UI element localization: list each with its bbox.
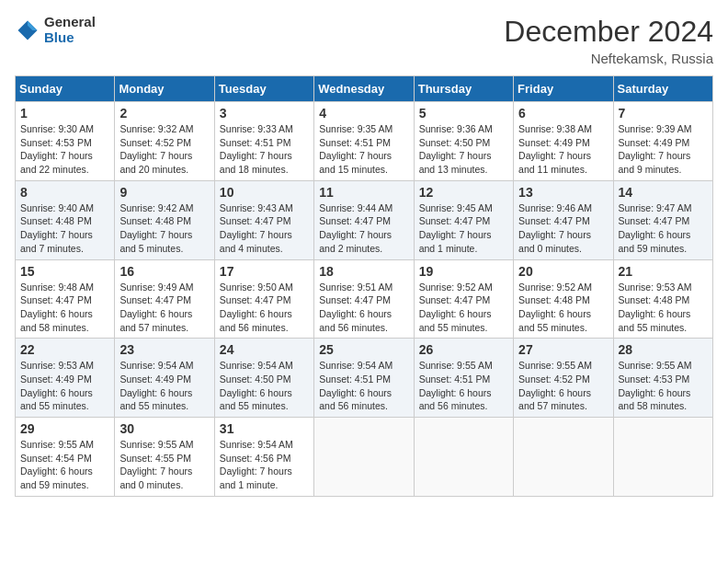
cell-content: Sunrise: 9:30 AM Sunset: 4:53 PM Dayligh… bbox=[20, 122, 109, 177]
sunset-label: Sunset: 4:50 PM bbox=[220, 373, 291, 385]
day-cell-30: 30 Sunrise: 9:55 AM Sunset: 4:55 PM Dayl… bbox=[115, 418, 214, 497]
daylight-label: Daylight: 6 hours and 57 minutes. bbox=[518, 387, 591, 412]
sunrise-label: Sunrise: 9:53 AM bbox=[20, 360, 94, 371]
sunset-label: Sunset: 4:47 PM bbox=[20, 294, 92, 305]
daylight-label: Daylight: 6 hours and 55 minutes. bbox=[220, 387, 292, 412]
day-number: 1 bbox=[20, 106, 109, 121]
daylight-label: Daylight: 7 hours and 11 minutes. bbox=[518, 150, 591, 175]
sunset-label: Sunset: 4:51 PM bbox=[319, 137, 391, 148]
sunset-label: Sunset: 4:47 PM bbox=[419, 215, 491, 226]
location: Neftekamsk, Russia bbox=[504, 51, 713, 66]
sunset-label: Sunset: 4:47 PM bbox=[518, 215, 590, 226]
daylight-label: Daylight: 7 hours and 22 minutes. bbox=[20, 150, 93, 175]
logo: General Blue bbox=[15, 15, 96, 45]
sunset-label: Sunset: 4:55 PM bbox=[119, 453, 191, 464]
day-cell-10: 10 Sunrise: 9:43 AM Sunset: 4:47 PM Dayl… bbox=[214, 180, 313, 259]
header-saturday: Saturday bbox=[613, 76, 712, 102]
month-title: December 2024 bbox=[504, 15, 713, 49]
day-number: 13 bbox=[518, 185, 608, 200]
daylight-label: Daylight: 6 hours and 55 minutes. bbox=[20, 387, 93, 412]
day-cell-8: 8 Sunrise: 9:40 AM Sunset: 4:48 PM Dayli… bbox=[16, 180, 115, 259]
cell-content: Sunrise: 9:46 AM Sunset: 4:47 PM Dayligh… bbox=[518, 201, 608, 256]
day-number: 2 bbox=[119, 106, 209, 121]
sunset-label: Sunset: 4:48 PM bbox=[619, 294, 690, 305]
sunrise-label: Sunrise: 9:55 AM bbox=[619, 360, 692, 371]
day-number: 30 bbox=[119, 421, 209, 436]
empty-cell-4-5 bbox=[514, 418, 613, 497]
day-number: 25 bbox=[319, 342, 408, 357]
daylight-label: Daylight: 7 hours and 9 minutes. bbox=[619, 150, 691, 175]
header-wednesday: Wednesday bbox=[314, 76, 414, 102]
sunrise-label: Sunrise: 9:48 AM bbox=[20, 282, 94, 293]
daylight-label: Daylight: 6 hours and 56 minutes. bbox=[319, 387, 392, 412]
daylight-label: Daylight: 7 hours and 13 minutes. bbox=[419, 150, 492, 175]
cell-content: Sunrise: 9:42 AM Sunset: 4:48 PM Dayligh… bbox=[119, 201, 209, 256]
day-number: 7 bbox=[619, 106, 708, 121]
cell-content: Sunrise: 9:53 AM Sunset: 4:49 PM Dayligh… bbox=[20, 359, 109, 413]
sunrise-label: Sunrise: 9:54 AM bbox=[119, 360, 193, 371]
sunset-label: Sunset: 4:54 PM bbox=[20, 453, 92, 464]
daylight-label: Daylight: 6 hours and 58 minutes. bbox=[619, 387, 691, 412]
sunset-label: Sunset: 4:47 PM bbox=[220, 294, 291, 305]
logo-blue: Blue bbox=[44, 30, 96, 46]
daylight-label: Daylight: 7 hours and 5 minutes. bbox=[119, 229, 192, 254]
day-cell-31: 31 Sunrise: 9:54 AM Sunset: 4:56 PM Dayl… bbox=[214, 418, 313, 497]
cell-content: Sunrise: 9:54 AM Sunset: 4:50 PM Dayligh… bbox=[220, 359, 309, 413]
sunrise-label: Sunrise: 9:44 AM bbox=[319, 202, 392, 213]
cell-content: Sunrise: 9:54 AM Sunset: 4:49 PM Dayligh… bbox=[119, 359, 209, 413]
day-number: 8 bbox=[20, 185, 109, 200]
sunrise-label: Sunrise: 9:55 AM bbox=[419, 360, 493, 371]
sunrise-label: Sunrise: 9:38 AM bbox=[518, 123, 592, 134]
header-monday: Monday bbox=[115, 76, 214, 102]
sunrise-label: Sunrise: 9:55 AM bbox=[518, 360, 592, 371]
empty-cell-4-4 bbox=[414, 418, 513, 497]
day-cell-24: 24 Sunrise: 9:54 AM Sunset: 4:50 PM Dayl… bbox=[214, 339, 313, 418]
cell-content: Sunrise: 9:33 AM Sunset: 4:51 PM Dayligh… bbox=[220, 122, 309, 177]
sunset-label: Sunset: 4:47 PM bbox=[319, 215, 391, 226]
header-sunday: Sunday bbox=[16, 76, 115, 102]
day-number: 3 bbox=[220, 106, 309, 121]
cell-content: Sunrise: 9:39 AM Sunset: 4:49 PM Dayligh… bbox=[619, 122, 708, 177]
daylight-label: Daylight: 6 hours and 55 minutes. bbox=[619, 308, 691, 333]
cell-content: Sunrise: 9:54 AM Sunset: 4:56 PM Dayligh… bbox=[220, 438, 309, 492]
daylight-label: Daylight: 6 hours and 55 minutes. bbox=[518, 308, 591, 333]
day-cell-18: 18 Sunrise: 9:51 AM Sunset: 4:47 PM Dayl… bbox=[314, 259, 414, 339]
cell-content: Sunrise: 9:52 AM Sunset: 4:47 PM Dayligh… bbox=[419, 281, 508, 335]
sunrise-label: Sunrise: 9:43 AM bbox=[220, 202, 293, 213]
sunrise-label: Sunrise: 9:39 AM bbox=[619, 123, 692, 134]
day-cell-19: 19 Sunrise: 9:52 AM Sunset: 4:47 PM Dayl… bbox=[414, 259, 513, 339]
sunset-label: Sunset: 4:47 PM bbox=[319, 294, 391, 305]
sunrise-label: Sunrise: 9:54 AM bbox=[220, 360, 293, 371]
daylight-label: Daylight: 6 hours and 58 minutes. bbox=[20, 308, 93, 333]
sunset-label: Sunset: 4:51 PM bbox=[319, 373, 391, 385]
sunset-label: Sunset: 4:47 PM bbox=[119, 294, 191, 305]
day-cell-7: 7 Sunrise: 9:39 AM Sunset: 4:49 PM Dayli… bbox=[613, 102, 712, 181]
sunset-label: Sunset: 4:48 PM bbox=[518, 294, 590, 305]
day-number: 19 bbox=[419, 264, 508, 279]
day-number: 22 bbox=[20, 342, 109, 357]
day-number: 5 bbox=[419, 106, 508, 121]
week-row-4: 22 Sunrise: 9:53 AM Sunset: 4:49 PM Dayl… bbox=[16, 339, 713, 418]
day-cell-2: 2 Sunrise: 9:32 AM Sunset: 4:52 PM Dayli… bbox=[115, 102, 214, 181]
sunset-label: Sunset: 4:48 PM bbox=[119, 215, 191, 226]
cell-content: Sunrise: 9:43 AM Sunset: 4:47 PM Dayligh… bbox=[220, 201, 309, 256]
daylight-label: Daylight: 6 hours and 59 minutes. bbox=[20, 465, 93, 490]
header-friday: Friday bbox=[514, 76, 613, 102]
day-cell-15: 15 Sunrise: 9:48 AM Sunset: 4:47 PM Dayl… bbox=[16, 259, 115, 339]
daylight-label: Daylight: 6 hours and 57 minutes. bbox=[119, 308, 192, 333]
sunset-label: Sunset: 4:52 PM bbox=[518, 373, 590, 385]
day-cell-4: 4 Sunrise: 9:35 AM Sunset: 4:51 PM Dayli… bbox=[314, 102, 414, 181]
day-number: 26 bbox=[419, 342, 508, 357]
sunrise-label: Sunrise: 9:46 AM bbox=[518, 202, 592, 213]
day-cell-1: 1 Sunrise: 9:30 AM Sunset: 4:53 PM Dayli… bbox=[16, 102, 115, 181]
day-number: 18 bbox=[319, 264, 408, 279]
daylight-label: Daylight: 6 hours and 55 minutes. bbox=[419, 308, 492, 333]
daylight-label: Daylight: 7 hours and 2 minutes. bbox=[319, 229, 392, 254]
sunrise-label: Sunrise: 9:42 AM bbox=[119, 202, 193, 213]
sunrise-label: Sunrise: 9:53 AM bbox=[619, 282, 692, 293]
week-row-2: 8 Sunrise: 9:40 AM Sunset: 4:48 PM Dayli… bbox=[16, 180, 713, 259]
sunrise-label: Sunrise: 9:33 AM bbox=[220, 123, 293, 134]
empty-cell-4-6 bbox=[613, 418, 712, 497]
cell-content: Sunrise: 9:47 AM Sunset: 4:47 PM Dayligh… bbox=[619, 201, 708, 256]
week-row-1: 1 Sunrise: 9:30 AM Sunset: 4:53 PM Dayli… bbox=[16, 102, 713, 181]
